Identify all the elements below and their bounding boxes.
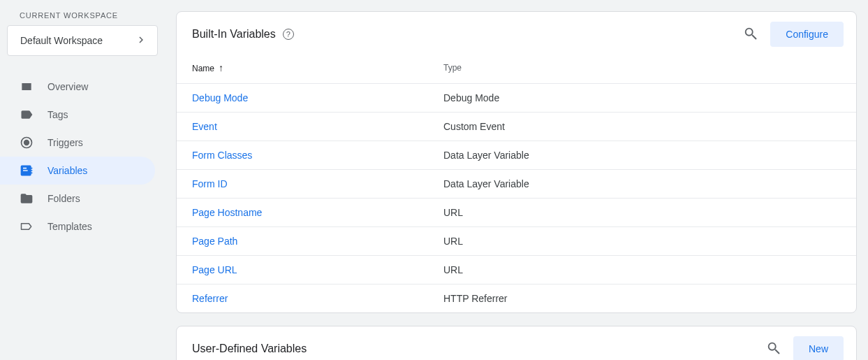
- variable-type: URL: [428, 227, 856, 256]
- workspace-selector[interactable]: Default Workspace: [7, 25, 158, 56]
- variable-type: HTTP Referrer: [428, 285, 856, 313]
- sidebar-item-label: Overview: [47, 81, 88, 92]
- card-title: Built-In Variables ?: [192, 28, 294, 41]
- card-title: User-Defined Variables: [192, 343, 307, 355]
- sort-ascending-icon: ↑: [219, 62, 223, 73]
- variable-name-link[interactable]: Debug Mode: [192, 92, 248, 103]
- user-defined-variables-card: User-Defined Variables New: [176, 326, 857, 360]
- chevron-right-icon: [135, 34, 147, 48]
- search-button[interactable]: [760, 335, 788, 360]
- variable-name-link[interactable]: Event: [192, 121, 217, 132]
- search-button[interactable]: [737, 20, 765, 48]
- card-header: Built-In Variables ? Configure: [177, 12, 856, 55]
- nav: OverviewTagsTriggersVariablesFoldersTemp…: [0, 70, 168, 240]
- variable-type: URL: [428, 199, 856, 227]
- builtin-variables-table: Name↑ Type Debug ModeDebug ModeEventCust…: [177, 55, 856, 312]
- sidebar-item-templates[interactable]: Templates: [0, 213, 155, 240]
- variable-name-link[interactable]: Page Path: [192, 236, 237, 247]
- table-row[interactable]: Form IDData Layer Variable: [177, 170, 856, 199]
- search-icon: [743, 26, 758, 43]
- new-button[interactable]: New: [793, 336, 844, 360]
- variable-name-link[interactable]: Form ID: [192, 178, 228, 189]
- sidebar-item-label: Folders: [47, 193, 80, 204]
- variable-type: URL: [428, 256, 856, 285]
- sidebar-item-variables[interactable]: Variables: [0, 157, 155, 185]
- table-row[interactable]: Debug ModeDebug Mode: [177, 84, 856, 113]
- sidebar-item-label: Variables: [47, 165, 87, 176]
- search-icon: [766, 340, 781, 358]
- help-icon[interactable]: ?: [283, 29, 294, 40]
- sidebar-item-label: Templates: [47, 221, 92, 232]
- configure-button[interactable]: Configure: [770, 22, 844, 47]
- sidebar-item-folders[interactable]: Folders: [0, 185, 155, 213]
- column-type-label: Type: [443, 63, 462, 73]
- folders-icon: [20, 192, 34, 206]
- column-header-type[interactable]: Type: [428, 55, 856, 84]
- table-row[interactable]: Form ClassesData Layer Variable: [177, 141, 856, 170]
- sidebar-item-triggers[interactable]: Triggers: [0, 129, 155, 157]
- main-content: Built-In Variables ? Configure Name↑ Typ…: [168, 0, 868, 360]
- templates-icon: [20, 219, 34, 233]
- column-name-label: Name: [192, 64, 214, 73]
- sidebar-item-tags[interactable]: Tags: [0, 101, 155, 129]
- variable-type: Data Layer Variable: [428, 141, 856, 170]
- sidebar-item-label: Triggers: [47, 137, 83, 148]
- overview-icon: [20, 80, 34, 94]
- workspace-current-name: Default Workspace: [20, 35, 103, 46]
- table-row[interactable]: ReferrerHTTP Referrer: [177, 285, 856, 313]
- sidebar: CURRENT WORKSPACE Default Workspace Over…: [0, 0, 168, 360]
- variable-name-link[interactable]: Page Hostname: [192, 207, 262, 218]
- variables-icon: [20, 164, 34, 178]
- variable-type: Data Layer Variable: [428, 170, 856, 199]
- sidebar-item-overview[interactable]: Overview: [0, 73, 155, 101]
- table-row[interactable]: Page PathURL: [177, 227, 856, 256]
- table-row[interactable]: Page URLURL: [177, 256, 856, 285]
- builtin-variables-card: Built-In Variables ? Configure Name↑ Typ…: [176, 11, 857, 313]
- variable-name-link[interactable]: Form Classes: [192, 150, 252, 161]
- variable-type: Custom Event: [428, 113, 856, 141]
- builtin-title-text: Built-In Variables: [192, 28, 276, 41]
- sidebar-item-label: Tags: [47, 109, 68, 120]
- column-header-name[interactable]: Name↑: [177, 55, 428, 84]
- variable-name-link[interactable]: Page URL: [192, 264, 237, 275]
- table-row[interactable]: Page HostnameURL: [177, 199, 856, 227]
- variable-name-link[interactable]: Referrer: [192, 293, 228, 304]
- tags-icon: [20, 108, 34, 122]
- triggers-icon: [20, 136, 34, 150]
- workspace-section-label: CURRENT WORKSPACE: [0, 11, 168, 25]
- userdef-title-text: User-Defined Variables: [192, 343, 307, 355]
- variable-type: Debug Mode: [428, 84, 856, 113]
- table-row[interactable]: EventCustom Event: [177, 113, 856, 141]
- card-header: User-Defined Variables New: [177, 326, 856, 360]
